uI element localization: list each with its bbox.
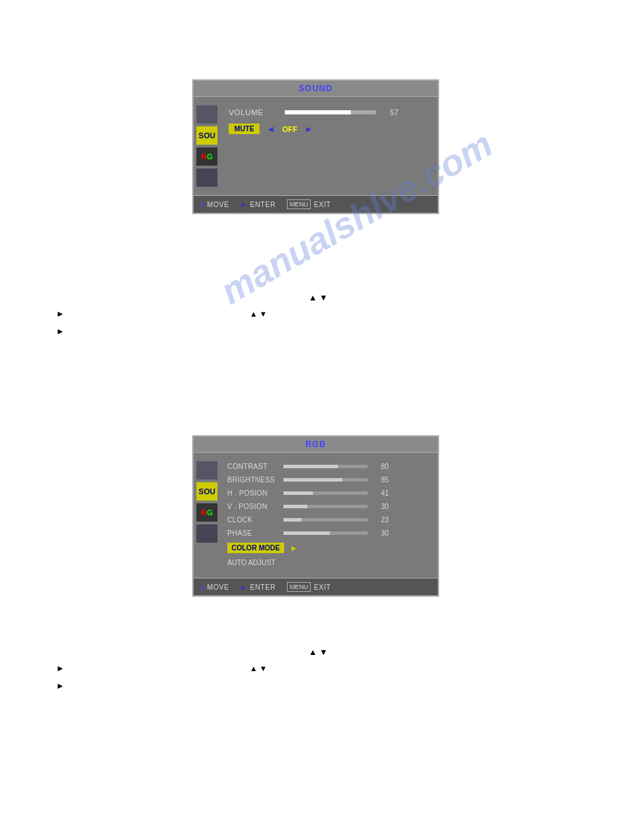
instr2-line1: ▲ ▼: [309, 646, 407, 659]
rgb-sidebar-item-1[interactable]: [196, 461, 217, 479]
vposion-row: V . POSION 30: [227, 503, 431, 510]
vposion-slider[interactable]: [283, 505, 368, 508]
contrast-label: CONTRAST: [227, 463, 278, 470]
sidebar-item-sou[interactable]: SOU: [196, 126, 217, 145]
mute-arrow-left[interactable]: ◄: [267, 124, 275, 134]
mute-value: OFF: [282, 125, 297, 133]
exit-label: EXIT: [314, 201, 330, 208]
rgb-enter-label: ENTER: [250, 583, 275, 591]
rgb-sidebar-item-rg[interactable]: RG: [196, 503, 217, 522]
phase-row: PHASE 30: [227, 529, 431, 537]
clock-value: 23: [373, 516, 389, 524]
contrast-fill: [283, 465, 338, 468]
rgb-sidebar-sou-label: SOU: [199, 487, 215, 496]
rgb-sidebar-item-sou[interactable]: SOU: [196, 482, 217, 501]
rgb-menu-box[interactable]: MENU: [287, 582, 311, 592]
rgb-footer-exit: MENU EXIT: [287, 582, 331, 592]
rgb-main-area: CONTRAST 80 BRIGHTNESS 85 H . POSION: [220, 458, 438, 572]
enter-arrow-icon: ►: [241, 201, 248, 208]
instr1-arrow-2: ►: [56, 325, 65, 338]
instr2-text-1: ▲ ▼: [250, 663, 267, 675]
hposion-fill: [283, 491, 313, 495]
enter-label: ENTER: [250, 201, 275, 208]
move-diamond-icon: ♦: [201, 201, 204, 208]
instr1-line3: ►: [56, 325, 407, 338]
instr2-line2: ► ▲ ▼: [56, 662, 407, 675]
volume-label: VOLUME: [229, 108, 278, 117]
rgb-panel-content: SOU RG CONTRAST 80 BRI: [194, 453, 438, 578]
phase-label: PHASE: [227, 529, 278, 537]
volume-fill: [285, 110, 351, 114]
hposion-row: H . POSION 41: [227, 489, 431, 497]
mute-button[interactable]: MUTE: [229, 124, 260, 134]
rgb-panel-footer: ♦ MOVE ► ENTER MENU EXIT: [194, 578, 438, 595]
phase-slider[interactable]: [283, 531, 368, 535]
rgb-enter-arrow-icon: ►: [241, 583, 248, 591]
vposion-label: V . POSION: [227, 503, 278, 510]
sound-panel: SOUND SOU RG VOLUME: [192, 79, 439, 214]
contrast-value: 80: [373, 463, 389, 470]
instr2-arrow-2: ►: [56, 680, 65, 693]
rgb-exit-label: EXIT: [314, 583, 330, 591]
clock-row: CLOCK 23: [227, 516, 431, 524]
sound-panel-content: SOU RG VOLUME 57 MUTE: [194, 97, 438, 195]
sidebar-item-rg[interactable]: RG: [196, 147, 217, 166]
rgb-footer-enter: ► ENTER: [241, 583, 276, 591]
color-mode-row: COLOR MODE ►: [227, 543, 431, 553]
sidebar-item-4[interactable]: [196, 168, 217, 187]
instruction-block-1: ▲ ▼ ► ▲ ▼ ►: [56, 291, 407, 339]
footer-enter: ► ENTER: [241, 201, 276, 208]
vposion-value: 30: [373, 503, 389, 510]
sidebar-sou-label: SOU: [199, 131, 215, 140]
rgb-footer-move: ♦ MOVE: [201, 583, 229, 591]
instr1-arrow-1: ►: [56, 307, 65, 321]
hposion-label: H . POSION: [227, 489, 278, 497]
sidebar-item-1[interactable]: [196, 105, 217, 124]
move-label: MOVE: [207, 201, 229, 208]
instr1-text-1: ▲ ▼: [250, 308, 267, 321]
instr1-line2: ► ▲ ▼: [56, 307, 407, 321]
brightness-slider[interactable]: [283, 478, 368, 482]
hposion-slider[interactable]: [283, 491, 368, 495]
instr1-line1: ▲ ▼: [309, 291, 407, 305]
auto-adjust-row: AUTO ADJUST: [227, 559, 431, 567]
rgb-move-label: MOVE: [207, 583, 229, 591]
instr2-arrow-1: ►: [56, 662, 65, 675]
rgb-panel: RGB SOU RG CONTRAST: [192, 435, 439, 597]
menu-box[interactable]: MENU: [287, 199, 311, 209]
rgb-panel-title: RGB: [194, 437, 438, 453]
rgb-move-diamond-icon: ♦: [201, 583, 204, 591]
hposion-value: 41: [373, 489, 389, 497]
brightness-label: BRIGHTNESS: [227, 476, 278, 484]
mute-arrow-right[interactable]: ►: [304, 124, 313, 134]
contrast-slider[interactable]: [283, 465, 368, 468]
rgb-sidebar: SOU RG: [194, 458, 220, 572]
color-mode-button[interactable]: COLOR MODE: [227, 543, 284, 553]
volume-value: 57: [383, 108, 398, 117]
instruction-block-2: ▲ ▼ ► ▲ ▼ ►: [56, 646, 407, 694]
instr2-line3: ►: [56, 680, 407, 693]
contrast-row: CONTRAST 80: [227, 463, 431, 470]
rgb-sidebar-item-4[interactable]: [196, 524, 217, 543]
footer-move: ♦ MOVE: [201, 201, 229, 208]
sound-main-area: VOLUME 57 MUTE ◄ OFF ►: [220, 102, 438, 190]
footer-exit: MENU EXIT: [287, 199, 331, 209]
volume-row: VOLUME 57: [229, 108, 429, 117]
color-mode-arrow[interactable]: ►: [290, 543, 298, 553]
vposion-fill: [283, 505, 307, 508]
sound-panel-title: SOUND: [194, 81, 438, 97]
clock-slider[interactable]: [283, 518, 368, 522]
clock-label: CLOCK: [227, 516, 278, 524]
sound-sidebar: SOU RG: [194, 102, 220, 190]
brightness-row: BRIGHTNESS 85: [227, 476, 431, 484]
sidebar-rg-label: RG: [201, 152, 213, 161]
brightness-fill: [283, 478, 342, 482]
phase-fill: [283, 531, 330, 535]
sound-panel-footer: ♦ MOVE ► ENTER MENU EXIT: [194, 195, 438, 213]
clock-fill: [283, 518, 302, 522]
auto-adjust-label: AUTO ADJUST: [227, 559, 276, 567]
phase-value: 30: [373, 529, 389, 537]
rgb-sidebar-rg-label: RG: [201, 508, 213, 517]
brightness-value: 85: [373, 476, 389, 484]
volume-slider[interactable]: [285, 110, 376, 114]
